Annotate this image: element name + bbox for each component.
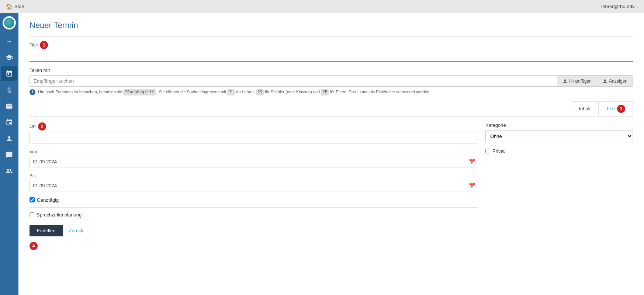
topbar-left: 🏠 Start	[6, 4, 24, 10]
step-badge-1: 1	[40, 41, 48, 49]
step-badge-4: 4	[30, 242, 38, 250]
home-label: Start	[14, 4, 24, 9]
bis-date-wrapper: 📅	[30, 180, 478, 191]
info-icon: i	[30, 89, 35, 95]
sidebar-item-calendar[interactable]	[1, 66, 17, 81]
privat-label: Privat	[492, 148, 505, 154]
sidebar-item-attachments[interactable]	[1, 83, 17, 97]
topbar: 🏠 Start lehrer@rhc-edv...	[0, 0, 644, 13]
step-badge-3: 3	[617, 105, 625, 113]
kategorie-select[interactable]: Ohne Arbeit Privat Schule	[485, 130, 633, 142]
tab-inhalt[interactable]: Inhalt	[571, 101, 598, 116]
bis-input[interactable]	[30, 180, 478, 191]
two-col-layout: Ort 2 Von 📅 Bis	[30, 122, 633, 250]
search-row: Hinzufügen Anzeigen	[30, 75, 633, 87]
sprechzeiten-label: Sprechzeitenplanung	[37, 212, 82, 218]
main-layout: → Neuer Termin Titel	[0, 13, 644, 295]
logo-inner	[4, 18, 14, 28]
ganztaegig-label: Ganztägig	[37, 197, 59, 203]
von-input[interactable]	[30, 156, 478, 167]
action-row: Erstellen Zurück	[30, 225, 478, 236]
user-email: lehrer@rhc-edv...	[601, 4, 638, 9]
von-field: Von 📅	[30, 149, 478, 167]
anzeigen-label: Anzeigen	[609, 79, 627, 84]
sidebar-item-users[interactable]	[1, 131, 17, 146]
von-label: Von	[30, 149, 478, 155]
ganztaegig-row: Ganztägig	[30, 197, 478, 203]
sprechzeiten-row: Sprechzeitenplanung	[30, 212, 478, 218]
ort-input[interactable]	[30, 132, 478, 143]
home-icon: 🏠	[6, 4, 12, 10]
erstellen-button[interactable]: Erstellen	[30, 225, 63, 236]
titel-label-row: Titel 1	[30, 41, 633, 49]
sidebar-item-admin[interactable]	[1, 164, 17, 178]
anzeigen-button[interactable]: Anzeigen	[597, 76, 633, 86]
ort-label: Ort 2	[30, 122, 478, 131]
sidebar-item-logout[interactable]: →	[1, 34, 17, 49]
sidebar-item-courses[interactable]	[1, 50, 17, 65]
title-divider	[30, 36, 633, 37]
kategorie-field: Kategorie Ohne Arbeit Privat Schule	[485, 122, 633, 142]
right-col: Kategorie Ohne Arbeit Privat Schule Priv…	[485, 122, 633, 250]
recipient-search-input[interactable]	[30, 76, 557, 86]
tab-text[interactable]: Text 3	[598, 101, 633, 116]
teilen-label: Teilen mit	[30, 67, 633, 73]
privat-row: Privat	[485, 148, 633, 154]
teilen-section: Teilen mit Hinzufügen Anzeigen i Um nach…	[30, 67, 633, 96]
hinzufuegen-button[interactable]: Hinzufügen	[557, 76, 597, 86]
left-col: Ort 2 Von 📅 Bis	[30, 122, 478, 250]
page-title: Neuer Termin	[30, 21, 633, 30]
app-logo[interactable]	[3, 16, 16, 30]
titel-label: Titel	[30, 42, 38, 48]
info-text: i Um nach Personen zu besuchen, benutzen…	[30, 89, 633, 96]
titel-input[interactable]	[30, 51, 633, 62]
content-area: Neuer Termin Titel 1 Teilen mit Hinzufüg…	[18, 13, 644, 295]
sidebar-item-mail[interactable]	[1, 99, 17, 114]
bis-label: Bis	[30, 173, 478, 178]
bis-field: Bis 📅	[30, 173, 478, 191]
step-badge-2: 2	[38, 122, 46, 131]
sidebar: →	[0, 13, 18, 295]
sidebar-item-calendar2[interactable]	[1, 115, 17, 130]
ort-field: Ort 2	[30, 122, 478, 143]
ganztaegig-checkbox[interactable]	[30, 197, 35, 202]
privat-checkbox[interactable]	[485, 149, 490, 153]
hinzufuegen-label: Hinzufügen	[569, 79, 592, 84]
sprechzeiten-checkbox[interactable]	[30, 212, 34, 217]
mid-divider	[30, 207, 478, 208]
tabs-row: Inhalt Text 3	[30, 101, 633, 117]
sidebar-item-chat[interactable]	[1, 148, 17, 162]
von-date-wrapper: 📅	[30, 156, 478, 167]
zurueck-link[interactable]: Zurück	[69, 228, 84, 233]
kategorie-label: Kategorie	[485, 122, 633, 128]
